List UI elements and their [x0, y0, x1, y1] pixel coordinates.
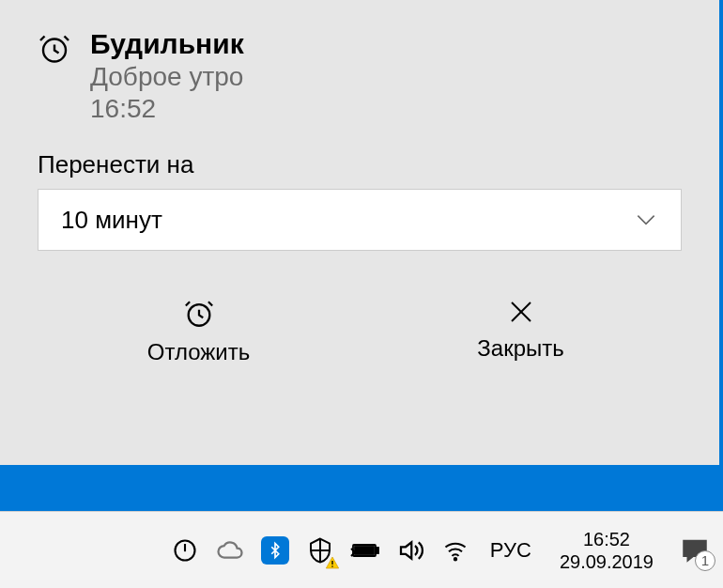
notification-text: Будильник Доброе утро 16:52	[90, 28, 244, 124]
dismiss-button[interactable]: Закрыть	[360, 288, 682, 375]
svg-rect-6	[376, 548, 378, 553]
notification-subtitle: Доброе утро	[90, 62, 244, 92]
snooze-dropdown[interactable]: 10 минут	[38, 189, 682, 251]
notification-header: Будильник Доброе утро 16:52	[38, 28, 682, 124]
language-indicator[interactable]: РУС	[485, 538, 537, 563]
battery-icon[interactable]	[349, 534, 381, 566]
system-tray: РУС 16:52 29.09.2019 1	[169, 528, 714, 573]
volume-icon[interactable]	[394, 534, 426, 566]
svg-rect-7	[355, 547, 374, 554]
snooze-dropdown-value: 10 минут	[61, 206, 162, 235]
wifi-icon[interactable]	[439, 534, 471, 566]
alarm-notification: Будильник Доброе утро 16:52 Перенести на…	[0, 0, 719, 465]
alarm-clock-icon	[183, 298, 215, 330]
notification-actions: Отложить Закрыть	[38, 288, 682, 375]
cloud-icon[interactable]	[214, 534, 246, 566]
notification-badge: 1	[695, 550, 715, 571]
snooze-button[interactable]: Отложить	[38, 288, 360, 375]
clock-time: 16:52	[583, 528, 630, 550]
svg-rect-4	[331, 565, 332, 566]
action-center-icon[interactable]: 1	[676, 532, 714, 569]
snooze-button-label: Отложить	[147, 339, 250, 365]
taskbar-clock[interactable]: 16:52 29.09.2019	[550, 528, 663, 573]
notification-time: 16:52	[90, 94, 244, 124]
close-icon	[507, 298, 535, 326]
dismiss-button-label: Закрыть	[477, 335, 563, 362]
power-icon[interactable]	[169, 534, 201, 566]
security-icon[interactable]	[304, 534, 336, 566]
clock-date: 29.09.2019	[560, 550, 654, 573]
snooze-label: Перенести на	[38, 150, 682, 179]
notification-title: Будильник	[90, 28, 244, 60]
bluetooth-icon[interactable]	[259, 534, 291, 566]
svg-point-8	[454, 558, 456, 560]
alarm-clock-icon	[38, 28, 71, 124]
taskbar: РУС 16:52 29.09.2019 1	[0, 511, 723, 588]
chevron-down-icon	[634, 208, 658, 232]
svg-rect-3	[331, 561, 332, 565]
